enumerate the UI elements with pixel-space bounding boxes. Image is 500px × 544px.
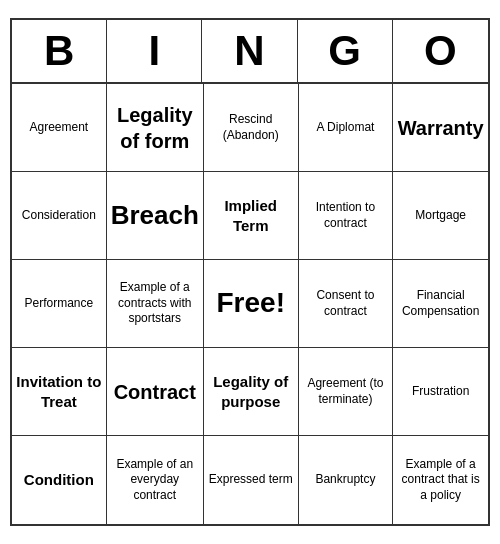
bingo-cell-4: Warranty <box>393 84 488 172</box>
bingo-cell-3: A Diplomat <box>299 84 394 172</box>
bingo-cell-0: Agreement <box>12 84 107 172</box>
bingo-cell-13: Consent to contract <box>299 260 394 348</box>
bingo-cell-21: Example of an everyday contract <box>107 436 204 524</box>
bingo-cell-24: Example of a contract that is a policy <box>393 436 488 524</box>
bingo-cell-18: Agreement (to terminate) <box>299 348 394 436</box>
bingo-card: BINGO AgreementLegality of formRescind (… <box>10 18 490 526</box>
bingo-header: BINGO <box>12 20 488 84</box>
bingo-letter-o: O <box>393 20 488 82</box>
bingo-cell-22: Expressed term <box>204 436 299 524</box>
bingo-cell-11: Example of a contracts with sportstars <box>107 260 204 348</box>
bingo-cell-12: Free! <box>204 260 299 348</box>
bingo-cell-2: Rescind (Abandon) <box>204 84 299 172</box>
bingo-cell-19: Frustration <box>393 348 488 436</box>
bingo-cell-23: Bankruptcy <box>299 436 394 524</box>
bingo-cell-17: Legality of purpose <box>204 348 299 436</box>
bingo-cell-16: Contract <box>107 348 204 436</box>
bingo-cell-10: Performance <box>12 260 107 348</box>
bingo-cell-9: Mortgage <box>393 172 488 260</box>
bingo-letter-b: B <box>12 20 107 82</box>
bingo-letter-n: N <box>202 20 297 82</box>
bingo-cell-1: Legality of form <box>107 84 204 172</box>
bingo-cell-8: Intention to contract <box>299 172 394 260</box>
bingo-cell-5: Consideration <box>12 172 107 260</box>
bingo-grid: AgreementLegality of formRescind (Abando… <box>12 84 488 524</box>
bingo-cell-7: Implied Term <box>204 172 299 260</box>
bingo-cell-15: Invitation to Treat <box>12 348 107 436</box>
bingo-letter-i: I <box>107 20 202 82</box>
bingo-letter-g: G <box>298 20 393 82</box>
bingo-cell-20: Condition <box>12 436 107 524</box>
bingo-cell-14: Financial Compensation <box>393 260 488 348</box>
bingo-cell-6: Breach <box>107 172 204 260</box>
